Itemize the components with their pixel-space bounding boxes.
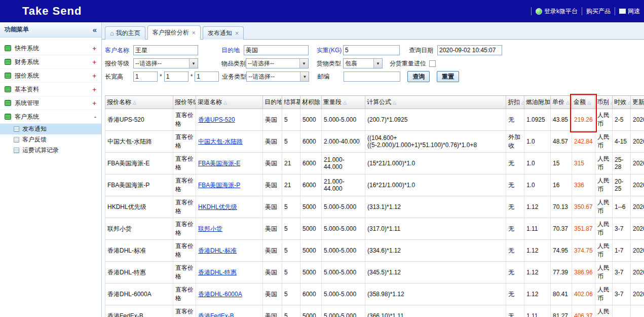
column-header[interactable]: 金额△ (572, 96, 595, 109)
channel-link[interactable]: 联邦小货 (198, 225, 222, 232)
column-header[interactable]: 更新△ (631, 96, 644, 109)
sidebar-collapse-icon[interactable]: « (93, 26, 97, 33)
table-cell: 1.0 (524, 174, 551, 196)
chevron-down-icon[interactable]: ▼ (300, 72, 309, 81)
chevron-down-icon[interactable]: ▼ (299, 59, 308, 68)
chevron-down-icon[interactable]: ▼ (373, 59, 382, 68)
channel-link[interactable]: HKDHL优先级 (198, 203, 237, 210)
table-cell: 16 (551, 174, 572, 196)
expand-icon[interactable]: + (92, 100, 96, 107)
query-date-input[interactable] (437, 45, 502, 55)
channel-link[interactable]: FBA美国海派-E (198, 160, 240, 167)
sidebar-item[interactable]: 系统管理+ (0, 96, 101, 110)
quote-grade-select[interactable]: --请选择-- ▼ (133, 58, 198, 68)
column-header[interactable]: 币别△ (595, 96, 613, 109)
table-row[interactable]: FBA美国海派-E直客价格FBA美国海派-E美国21600021.000-44.… (105, 153, 644, 174)
column-header[interactable]: 报价名称△ (105, 96, 173, 109)
biz-type-select[interactable]: --请选择-- ▼ (246, 72, 309, 82)
chevron-down-icon[interactable]: ▼ (189, 59, 198, 68)
zip-input[interactable] (344, 72, 400, 82)
channel-link[interactable]: 香港DHL-特惠 (198, 269, 237, 276)
sort-icon[interactable]: △ (587, 100, 591, 105)
sort-icon[interactable]: △ (343, 100, 347, 105)
tab[interactable]: 发布通知× (203, 26, 244, 40)
sort-icon[interactable]: △ (611, 100, 613, 105)
split-weight-label: 分货重量进位 (390, 59, 426, 68)
table-cell: 香港DHL-6000A (105, 284, 173, 305)
expand-icon[interactable]: + (92, 86, 96, 93)
length-input[interactable] (133, 72, 158, 82)
column-header[interactable]: 材积除△ (300, 96, 322, 109)
channel-link[interactable]: 香港DHL-标准 (198, 247, 237, 254)
column-header[interactable]: 重量段△ (322, 96, 365, 109)
sidebar-item[interactable]: 快件系统+ (0, 42, 101, 55)
channel-link[interactable]: 香港UPS-520 (198, 116, 235, 123)
item-type-select[interactable]: --请选择-- ▼ (246, 58, 309, 68)
sidebar-subitem[interactable]: 客户反馈 (0, 134, 101, 145)
channel-link[interactable]: FBA美国海派-P (198, 182, 240, 189)
table-cell: 人民币 (595, 174, 613, 196)
split-weight-checkbox[interactable] (429, 60, 436, 67)
channel-link[interactable]: 香港DHL-6000A (198, 291, 242, 298)
topbar-link[interactable]: 登录k微平台 (531, 7, 582, 15)
sort-icon[interactable]: △ (521, 100, 524, 105)
column-header[interactable]: 报价等级△ (173, 96, 196, 109)
tab-close-icon[interactable]: × (192, 30, 196, 36)
column-header[interactable]: 渠道名称△ (196, 96, 263, 109)
query-button[interactable]: 查询 (407, 71, 430, 82)
table-cell: 2020 (631, 153, 644, 174)
column-header[interactable]: 折扣△ (506, 96, 524, 109)
topbar-link[interactable]: 网速 (615, 7, 644, 15)
sidebar-item[interactable]: 客户系统- (0, 110, 101, 124)
table-row[interactable]: HKDHL优先级直客价格HKDHL优先级美国550005.000-5.000(3… (105, 196, 644, 218)
weight-input[interactable] (343, 45, 400, 55)
channel-link[interactable]: 香港FedEx-B (198, 312, 234, 317)
table-cell: 5000 (300, 305, 322, 317)
table-cell: HKDHL优先级 (105, 196, 173, 218)
column-header[interactable]: 目的地△ (263, 96, 282, 109)
column-header[interactable]: 时效△ (613, 96, 631, 109)
table-row[interactable]: 中国大包-水陆路直客价格中国大包-水陆路美国560002.000-40.000(… (105, 131, 644, 153)
sidebar-item[interactable]: 报价系统+ (0, 69, 101, 83)
channel-link[interactable]: 中国大包-水陆路 (198, 138, 243, 145)
table-cell: 406.37 (572, 305, 595, 317)
cargo-type-select[interactable]: 包裹 ▼ (343, 58, 383, 68)
sidebar-subitem[interactable]: 发布通知 (0, 124, 101, 134)
tab[interactable]: ⌂我的主页 (105, 26, 145, 40)
table-cell: 美国 (263, 174, 282, 196)
sidebar-item[interactable]: 财务系统+ (0, 55, 101, 69)
width-input[interactable] (164, 72, 188, 82)
table-cell: FBA美国海派-P (105, 174, 173, 196)
table-row[interactable]: FBA美国海派-P直客价格FBA美国海派-P美国21600021.000-44.… (105, 174, 644, 196)
sort-icon[interactable]: △ (393, 100, 396, 105)
reset-button[interactable]: 重置 (437, 71, 459, 82)
topbar-link[interactable]: 购买产品 (582, 7, 615, 15)
column-header[interactable]: 计算公式△ (365, 96, 506, 109)
sort-icon[interactable]: △ (133, 100, 136, 105)
expand-icon[interactable]: + (92, 73, 96, 79)
column-header[interactable]: 单价△ (551, 96, 572, 109)
sort-icon[interactable]: △ (223, 100, 227, 105)
table-row[interactable]: 香港DHL-标准直客价格香港DHL-标准美国550005.000-5.000(3… (105, 240, 644, 262)
expand-icon[interactable]: + (92, 59, 96, 65)
sidebar-item[interactable]: 基本资料+ (0, 83, 101, 96)
table-row[interactable]: 香港UPS-520直客价格香港UPS-520美国550005.000-5.000… (105, 109, 644, 131)
customer-name-input[interactable] (133, 45, 198, 55)
sort-icon[interactable]: △ (628, 100, 631, 105)
table-row[interactable]: 香港DHL-特惠直客价格香港DHL-特惠美国550005.000-5.000(3… (105, 262, 644, 284)
collapse-icon[interactable]: - (94, 114, 96, 120)
expand-icon[interactable]: + (92, 45, 96, 52)
table-row[interactable]: 香港DHL-6000A直客价格香港DHL-6000A美国560005.000-5… (105, 284, 644, 305)
table-row[interactable]: 香港FedEx-B直客价格香港FedEx-B美国550005.000-5.000… (105, 305, 644, 317)
table-row[interactable]: 联邦小货直客价格联邦小货美国550005.000-5.000(317.0)*1.… (105, 218, 644, 240)
tab[interactable]: 客户报价分析× (147, 25, 201, 40)
sidebar-subitem[interactable]: 运费试算记录 (0, 145, 101, 156)
column-header[interactable]: 燃油附加△ (524, 96, 551, 109)
destination-input[interactable] (244, 45, 309, 55)
table-cell: 无 (506, 240, 524, 262)
column-header[interactable]: 结算基△ (282, 96, 300, 109)
height-input[interactable] (195, 72, 219, 82)
table-cell: HKDHL优先级 (196, 196, 263, 218)
sort-icon[interactable]: △ (566, 100, 570, 105)
tab-close-icon[interactable]: × (235, 30, 239, 37)
